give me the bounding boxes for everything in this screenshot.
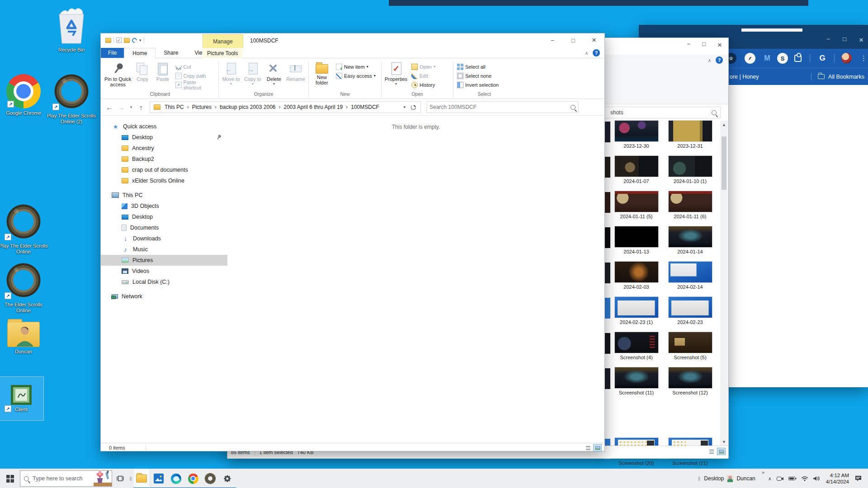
search-input[interactable] — [429, 104, 571, 110]
breadcrumb[interactable]: This PC Pictures backup pics 2003 2006 2… — [150, 101, 421, 113]
extension-m-icon[interactable]: M — [762, 53, 773, 64]
gallery-item[interactable]: Screenshot (12) — [663, 367, 717, 403]
help-icon[interactable]: ? — [593, 49, 600, 56]
taskbar-file-explorer[interactable] — [133, 469, 150, 488]
extension-gauge-icon[interactable] — [745, 53, 755, 64]
desktop-icon-eso[interactable]: The Elder Scrolls Online — [0, 260, 49, 314]
task-view-button[interactable] — [112, 469, 128, 488]
open-button[interactable]: Open▾ — [410, 62, 437, 71]
folder-content[interactable]: This folder is empty. — [227, 116, 604, 443]
delete-button[interactable]: Delete▾ — [264, 61, 284, 85]
sidebar-item[interactable]: Backup2 — [101, 154, 227, 164]
wifi-icon[interactable] — [801, 476, 808, 481]
gallery-item[interactable]: 2024-02-23 — [663, 297, 717, 332]
details-view-button[interactable] — [707, 448, 716, 455]
desktop-icon-recycle-bin[interactable]: Recycle Bin — [46, 5, 97, 53]
sidebar-item[interactable]: 3D Objects — [101, 201, 227, 211]
search-box[interactable] — [426, 101, 579, 113]
browser-menu-icon[interactable]: ⋮ — [860, 54, 867, 62]
sidebar-item[interactable]: Local Disk (C:) — [101, 277, 227, 287]
taskbar-edge[interactable] — [167, 469, 184, 488]
move-to-button[interactable]: Move to▾ — [221, 61, 241, 85]
sidebar-item-this-pc[interactable]: This PC — [101, 190, 227, 201]
browser-close-icon[interactable] — [859, 36, 863, 45]
select-all-button[interactable]: Select all — [455, 62, 500, 71]
gallery-item[interactable]: 2024-02-23 (1) — [609, 297, 663, 332]
all-bookmarks-button[interactable]: All Bookmarks — [811, 73, 864, 80]
back-button[interactable]: ← — [104, 103, 114, 111]
invert-selection-button[interactable]: Invert selection — [455, 80, 500, 89]
browser-maximize-icon[interactable] — [843, 36, 846, 45]
up-button[interactable]: ↑ — [136, 103, 146, 111]
sidebar-item[interactable]: Desktop — [101, 132, 227, 143]
properties-button[interactable]: Properties▾ — [383, 61, 409, 85]
tab-picture-tools[interactable]: Picture Tools — [203, 48, 242, 58]
taskbar-clock[interactable]: 4:12 AM 4/14/2024 — [826, 472, 849, 485]
extension-s-icon[interactable]: S — [777, 53, 788, 64]
toolbar-overflow[interactable]: » — [758, 469, 765, 488]
gallery-item[interactable]: 2024-01-10 (1) — [663, 156, 717, 191]
gallery-scrollbar[interactable]: ▲ ▼ — [720, 121, 728, 446]
close-icon[interactable] — [717, 41, 722, 50]
volume-icon[interactable] — [813, 476, 820, 481]
sidebar-item[interactable]: Desktop — [101, 211, 227, 222]
hidden-icons-chevron[interactable]: ∧ — [768, 476, 772, 482]
thumbnails-view-button[interactable] — [593, 444, 602, 451]
maximize-button[interactable] — [563, 33, 584, 47]
desktop-icon-client[interactable]: Client — [0, 377, 43, 420]
breadcrumb-segment[interactable]: This PC — [162, 104, 190, 110]
paste-button[interactable]: Paste — [153, 61, 173, 82]
gallery-item[interactable] — [663, 403, 717, 438]
easy-access-button[interactable]: Easy access▾ — [334, 71, 377, 80]
gallery-item[interactable]: 2024-01-11 (6) — [663, 191, 717, 226]
gallery-item[interactable]: Screenshot (11) — [609, 367, 663, 403]
battery-icon[interactable] — [788, 476, 797, 481]
gallery-item[interactable] — [609, 403, 663, 438]
desktop-icon-play-eso-2[interactable]: Play The Elder Scrolls Online (2) — [46, 71, 97, 125]
gallery-item[interactable]: 2023-12-31 — [663, 121, 717, 156]
pin-to-quick-access-button[interactable]: Pin to Quick access — [104, 61, 132, 87]
copy-button[interactable]: Copy — [133, 61, 152, 82]
desktop-toolbar-label[interactable]: Desktop — [704, 475, 724, 482]
start-button[interactable] — [0, 469, 20, 488]
explorer-title-bar[interactable]: ▾ Manage 100MSDCF — [101, 33, 604, 48]
desktop-icon-google-chrome[interactable]: Google Chrome — [0, 74, 49, 116]
taskbar-settings[interactable] — [219, 469, 236, 488]
sidebar-item[interactable]: Videos — [101, 266, 227, 277]
refresh-icon[interactable] — [411, 105, 416, 110]
gallery-item[interactable]: 2024-01-13 — [609, 226, 663, 262]
maximize-icon[interactable] — [702, 41, 706, 50]
paste-shortcut-button[interactable]: Paste shortcut — [174, 80, 217, 89]
new-item-button[interactable]: New item▾ — [334, 62, 377, 71]
taskbar-eso[interactable] — [202, 469, 219, 488]
cut-button[interactable]: Cut — [174, 62, 217, 71]
new-folder-button[interactable]: New folder — [311, 61, 333, 85]
details-view-button[interactable] — [584, 444, 592, 451]
scroll-up-icon[interactable]: ▲ — [720, 121, 728, 128]
breadcrumb-segment[interactable]: Pictures — [190, 104, 217, 110]
sidebar-item[interactable]: Pictures — [101, 255, 227, 266]
gallery-item[interactable]: Screenshot (5) — [663, 332, 717, 367]
bookmark-item[interactable]: ore | Honey — [730, 74, 759, 80]
minimize-button[interactable] — [542, 33, 563, 47]
taskbar-search-input[interactable] — [33, 475, 86, 482]
breadcrumb-segment[interactable]: 2003 April 6 thru April 19 — [281, 104, 349, 110]
ribbon-collapse-icon[interactable]: ∧ — [708, 58, 711, 63]
sidebar-item[interactable]: Ancestry — [101, 143, 227, 154]
qat-new-folder-icon[interactable] — [124, 38, 130, 43]
qat-folder-icon[interactable] — [105, 38, 111, 43]
sidebar-item[interactable]: crap out of documents — [101, 164, 227, 175]
sidebar-item[interactable]: xElder Scrolls Online — [101, 175, 227, 186]
taskbar-search-box[interactable] — [20, 470, 112, 487]
tab-file[interactable]: File — [101, 48, 124, 58]
sidebar-item[interactable]: Downloads — [101, 233, 227, 244]
taskbar-chrome[interactable] — [184, 469, 202, 488]
close-button[interactable] — [584, 33, 604, 47]
tab-share[interactable]: Share — [156, 48, 186, 58]
rename-button[interactable]: Rename — [285, 61, 307, 82]
sidebar-item[interactable]: Documents — [101, 222, 227, 233]
copy-path-button[interactable]: Copy path — [174, 71, 217, 80]
sidebar-item-quick-access[interactable]: Quick access — [101, 121, 227, 132]
extensions-puzzle-icon[interactable] — [794, 55, 802, 62]
copy-to-button[interactable]: Copy to▾ — [242, 61, 263, 85]
